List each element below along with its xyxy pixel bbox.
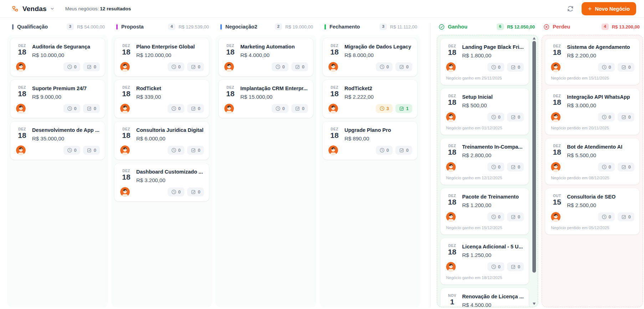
- activities-pill[interactable]: 0: [168, 187, 184, 196]
- chevron-down-icon[interactable]: [50, 6, 55, 11]
- deal-card[interactable]: DEZ18Integração API WhatsAppR$ 3.000,000…: [545, 88, 639, 135]
- owner-avatar[interactable]: [446, 112, 456, 122]
- column-name[interactable]: Negociação2: [225, 24, 257, 30]
- new-deal-button[interactable]: + Novo Negócio: [582, 2, 636, 15]
- tasks-pill[interactable]: 0: [83, 104, 100, 113]
- task-check-icon: [621, 214, 627, 220]
- column-name[interactable]: Fechamento: [329, 24, 360, 30]
- activities-pill[interactable]: 0: [376, 146, 393, 155]
- owner-avatar[interactable]: [446, 262, 456, 272]
- tasks-pill[interactable]: 1: [395, 104, 412, 113]
- tasks-pill[interactable]: 0: [187, 104, 204, 113]
- deal-card[interactable]: DEZ18Pacote de TreinamentoR$ 1.200,0000N…: [440, 188, 529, 235]
- activities-pill[interactable]: 0: [487, 262, 504, 271]
- activities-pill[interactable]: 0: [598, 163, 615, 171]
- owner-avatar[interactable]: [120, 187, 130, 197]
- owner-avatar[interactable]: [551, 212, 561, 222]
- board-title[interactable]: Vendas: [22, 5, 47, 13]
- deal-card[interactable]: DEZ18Suporte Premium 24/7R$ 9.000,0000: [10, 80, 105, 118]
- owner-avatar[interactable]: [328, 145, 338, 155]
- activities-pill[interactable]: 0: [487, 212, 504, 221]
- activities-pill[interactable]: 0: [598, 113, 615, 122]
- deal-card[interactable]: DEZ18Sistema de AgendamentoR$ 2.200,0000…: [545, 38, 639, 85]
- activities-pill[interactable]: 0: [63, 146, 80, 155]
- tasks-pill[interactable]: 0: [618, 63, 634, 72]
- owner-avatar[interactable]: [446, 162, 456, 172]
- activities-pill[interactable]: 0: [487, 113, 504, 122]
- activities-pill[interactable]: 0: [272, 104, 288, 113]
- tasks-pill[interactable]: 0: [618, 113, 634, 122]
- tasks-pill[interactable]: 0: [187, 62, 204, 71]
- activities-pill[interactable]: 0: [487, 163, 504, 171]
- deal-card[interactable]: DEZ18Licença Adicional - 5 U...R$ 1.250,…: [440, 238, 529, 284]
- activities-pill[interactable]: 0: [168, 104, 184, 113]
- activities-pill[interactable]: 0: [168, 146, 184, 155]
- owner-avatar[interactable]: [120, 62, 130, 72]
- tasks-pill[interactable]: 0: [507, 113, 524, 122]
- owner-avatar[interactable]: [224, 104, 234, 113]
- deal-card[interactable]: DEZ18Dashboard Customizado ...R$ 3.200,0…: [114, 163, 209, 201]
- owner-avatar[interactable]: [551, 112, 561, 122]
- tasks-pill[interactable]: 0: [395, 62, 412, 71]
- deal-card[interactable]: DEZ18Migração de Dados LegacyR$ 8.000,00…: [323, 38, 417, 76]
- deal-card[interactable]: DEZ18Desenvolvimento de App ...R$ 35.000…: [10, 122, 105, 160]
- activities-pill[interactable]: 0: [376, 62, 393, 71]
- deal-card[interactable]: DEZ18Upgrade Plano ProR$ 890,0000: [323, 122, 417, 160]
- deal-card[interactable]: DEZ18Bot de Atendimento AIR$ 5.500,0000N…: [545, 138, 639, 185]
- owner-avatar[interactable]: [551, 62, 561, 72]
- deal-card[interactable]: DEZ18Treinamento In-Compa...R$ 2.800,000…: [440, 138, 529, 185]
- deal-card[interactable]: DEZ18RodTicketR$ 339,0000: [114, 80, 209, 118]
- deal-card[interactable]: DEZ18Consultoria Jurídica DigitalR$ 6.00…: [114, 122, 209, 160]
- column-name[interactable]: Perdeu: [553, 24, 570, 30]
- tasks-pill[interactable]: 0: [83, 146, 100, 155]
- deal-card[interactable]: DEZ18Marketing AutomationR$ 4.000,0000: [219, 38, 313, 76]
- activities-pill[interactable]: 0: [63, 62, 80, 71]
- owner-avatar[interactable]: [446, 62, 456, 72]
- tasks-pill[interactable]: 0: [507, 63, 524, 72]
- activities-pill[interactable]: 0: [272, 62, 288, 71]
- activities-pill[interactable]: 3: [376, 104, 393, 113]
- tasks-pill[interactable]: 0: [187, 187, 204, 196]
- tasks-pill[interactable]: 0: [291, 104, 308, 113]
- owner-avatar[interactable]: [328, 62, 338, 72]
- tasks-pill[interactable]: 0: [507, 163, 524, 171]
- tasks-pill[interactable]: 0: [395, 146, 412, 155]
- refresh-button[interactable]: [566, 5, 574, 13]
- column-name[interactable]: Qualificação: [17, 24, 48, 30]
- activities-pill[interactable]: 0: [598, 63, 615, 72]
- column-name[interactable]: Proposta: [121, 24, 144, 30]
- deal-card[interactable]: NOV1Renovação de Licença ...R$ 4.500,00: [440, 288, 529, 307]
- activities-pill[interactable]: 0: [598, 212, 615, 221]
- tasks-pill[interactable]: 0: [83, 62, 100, 71]
- tasks-pill[interactable]: 0: [507, 262, 524, 271]
- deal-card[interactable]: DEZ18Auditoria de SegurançaR$ 10.000,000…: [10, 38, 105, 76]
- scroll-up-arrow[interactable]: [533, 37, 536, 40]
- owner-avatar[interactable]: [446, 212, 456, 222]
- tasks-pill[interactable]: 0: [618, 212, 634, 221]
- deal-card[interactable]: DEZ18Plano Enterprise GlobalR$ 120.000,0…: [114, 38, 209, 76]
- owner-avatar[interactable]: [16, 145, 26, 155]
- activities-pill[interactable]: 0: [487, 63, 504, 72]
- activities-pill[interactable]: 0: [63, 104, 80, 113]
- owner-avatar[interactable]: [16, 104, 26, 113]
- owner-avatar[interactable]: [120, 104, 130, 113]
- tasks-pill[interactable]: 0: [507, 212, 524, 221]
- owner-avatar[interactable]: [551, 162, 561, 172]
- tasks-pill[interactable]: 0: [618, 163, 634, 171]
- scroll-down-arrow[interactable]: [533, 303, 536, 305]
- deal-card[interactable]: DEZ18RodTicket2R$ 2.222,0031: [323, 80, 417, 118]
- owner-avatar[interactable]: [16, 62, 26, 72]
- deal-card[interactable]: DEZ18Landing Page Black Fri...R$ 1.800,0…: [440, 38, 529, 85]
- tasks-pill[interactable]: 0: [187, 146, 204, 155]
- deal-card[interactable]: DEZ18Setup InicialR$ 500,0000Negócio gan…: [440, 88, 529, 135]
- column-name[interactable]: Ganhou: [448, 24, 467, 30]
- deal-card[interactable]: OUT15Consultoria de SEOR$ 2.500,0000Negó…: [545, 188, 639, 235]
- column-scrollbar[interactable]: [532, 36, 536, 306]
- owner-avatar[interactable]: [328, 104, 338, 113]
- deal-card[interactable]: DEZ18Implantação CRM Enterpr...R$ 15.000…: [219, 80, 313, 118]
- scroll-thumb[interactable]: [532, 41, 536, 273]
- activities-pill[interactable]: 0: [168, 62, 184, 71]
- owner-avatar[interactable]: [120, 145, 130, 155]
- owner-avatar[interactable]: [224, 62, 234, 72]
- tasks-pill[interactable]: 0: [291, 62, 308, 71]
